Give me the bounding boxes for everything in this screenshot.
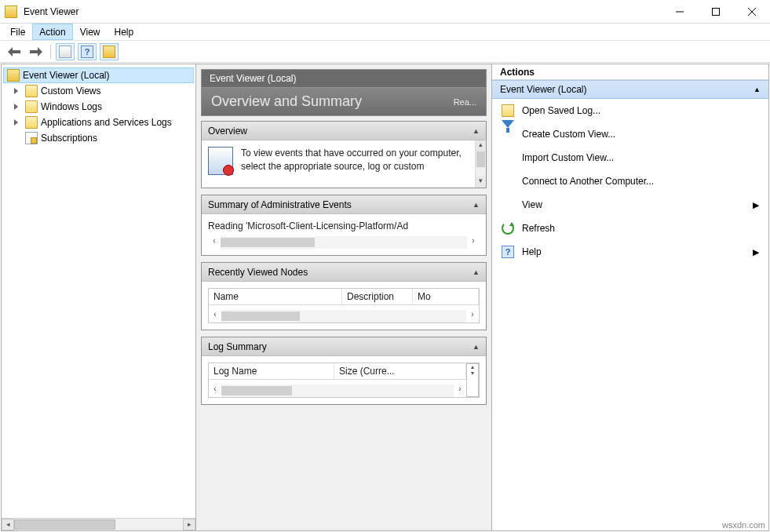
summary-header[interactable]: Summary of Administrative Events ▲ — [202, 195, 486, 214]
recent-header-label: Recently Viewed Nodes — [208, 267, 308, 278]
overview-text: To view events that have occurred on you… — [241, 147, 469, 181]
collapse-icon[interactable]: ▲ — [754, 86, 761, 93]
action-label: Create Custom View... — [522, 129, 615, 140]
summary-hscrollbar[interactable]: ‹ › — [208, 236, 480, 249]
recent-hscrollbar[interactable]: ‹ › — [209, 310, 479, 322]
action-open-saved-log[interactable]: Open Saved Log... — [492, 99, 768, 122]
scroll-thumb[interactable] — [221, 386, 292, 395]
overview-section: Overview ▲ To view events that have occu… — [201, 121, 487, 188]
tree-label: Custom Views — [41, 86, 100, 97]
folder-icon — [25, 100, 38, 113]
folder-icon — [25, 85, 38, 97]
logsummary-hscrollbar[interactable]: ‹ › — [209, 384, 466, 397]
spin-down-button[interactable]: ▾ — [467, 370, 478, 377]
scroll-right-button[interactable]: › — [466, 310, 479, 322]
expander-icon[interactable] — [14, 103, 22, 111]
scroll-down-button[interactable]: ▾ — [476, 177, 486, 188]
actions-group-label: Event Viewer (Local) — [500, 84, 587, 95]
menu-help[interactable]: Help — [108, 24, 141, 40]
action-refresh[interactable]: Refresh — [492, 217, 768, 240]
tree-item-windows-logs[interactable]: Windows Logs — [3, 99, 194, 115]
summary-header-label: Summary of Administrative Events — [208, 199, 352, 210]
action-view-submenu[interactable]: View ▶ — [492, 193, 768, 217]
col-modified[interactable]: Mo — [413, 289, 479, 304]
action-import-custom-view[interactable]: Import Custom View... — [492, 146, 768, 169]
nav-forward-button[interactable] — [27, 43, 46, 60]
scroll-left-button[interactable]: ‹ — [208, 236, 221, 249]
tree-root[interactable]: Event Viewer (Local) — [3, 67, 194, 83]
tree-hscrollbar[interactable]: ◂ ▸ — [2, 518, 195, 530]
scroll-right-button[interactable]: › — [467, 236, 480, 249]
app-icon — [5, 5, 17, 18]
svg-rect-1 — [713, 8, 720, 15]
summary-reading-text: Reading 'Microsoft-Client-Licensing-Plat… — [208, 220, 480, 231]
expander-icon[interactable] — [14, 87, 22, 95]
tree-root-label: Event Viewer (Local) — [23, 70, 110, 81]
blank-icon — [502, 199, 514, 211]
col-size[interactable]: Size (Curre... — [334, 363, 466, 379]
recent-section: Recently Viewed Nodes ▲ Name Description… — [201, 262, 487, 330]
action-create-custom-view[interactable]: Create Custom View... — [492, 122, 768, 146]
show-hide-tree-button[interactable] — [56, 43, 75, 60]
scroll-up-button[interactable]: ▴ — [476, 140, 486, 151]
blank-icon — [502, 175, 514, 188]
tree-item-custom-views[interactable]: Custom Views — [3, 83, 194, 99]
action-label: View — [522, 199, 542, 210]
subscriptions-icon — [25, 132, 38, 144]
nav-back-button[interactable] — [5, 43, 24, 60]
action-label: Import Custom View... — [522, 152, 614, 163]
overview-vscrollbar[interactable]: ▴ ▾ — [475, 140, 486, 188]
tree-item-applications-services[interactable]: Applications and Services Logs — [3, 115, 194, 130]
console-tree[interactable]: Event Viewer (Local) Custom Views Window… — [2, 64, 195, 518]
action-connect-computer[interactable]: Connect to Another Computer... — [492, 169, 768, 193]
action-label: Open Saved Log... — [522, 105, 600, 116]
collapse-icon[interactable]: ▲ — [473, 343, 480, 351]
details-title-bar: Overview and Summary Rea... — [201, 88, 487, 116]
scroll-right-button[interactable]: ▸ — [183, 519, 195, 530]
actions-group-header[interactable]: Event Viewer (Local) ▲ — [492, 80, 768, 99]
logsummary-columns: Log Name Size (Curre... — [209, 363, 466, 380]
expander-icon[interactable] — [14, 118, 22, 126]
col-name[interactable]: Name — [209, 289, 342, 304]
scroll-right-button[interactable]: › — [454, 384, 466, 397]
action-help-submenu[interactable]: ? Help ▶ — [492, 240, 768, 264]
menu-view[interactable]: View — [73, 24, 108, 40]
details-panel: Event Viewer (Local) Overview and Summar… — [196, 64, 492, 530]
collapse-icon[interactable]: ▲ — [473, 201, 480, 209]
menu-file[interactable]: File — [3, 24, 32, 40]
help-button[interactable]: ? — [78, 43, 97, 60]
details-header: Event Viewer (Local) — [201, 69, 487, 88]
actions-header: Actions — [492, 64, 768, 80]
recent-header[interactable]: Recently Viewed Nodes ▲ — [202, 263, 486, 282]
col-description[interactable]: Description — [342, 289, 413, 304]
collapse-icon[interactable]: ▲ — [473, 127, 480, 135]
logsummary-header-label: Log Summary — [208, 341, 267, 352]
tree-label: Subscriptions — [41, 133, 97, 144]
menu-action[interactable]: Action — [32, 24, 72, 40]
maximize-button[interactable] — [698, 0, 734, 23]
scroll-left-button[interactable]: ‹ — [209, 384, 221, 397]
recent-columns: Name Description Mo — [209, 289, 479, 305]
scroll-left-button[interactable]: ‹ — [209, 310, 221, 322]
details-title: Overview and Summary — [211, 93, 362, 110]
scroll-thumb[interactable] — [221, 238, 315, 247]
scroll-thumb[interactable] — [14, 519, 115, 530]
scroll-left-button[interactable]: ◂ — [2, 519, 14, 530]
close-button[interactable] — [734, 0, 770, 23]
toolbar-separator — [50, 45, 51, 59]
logsummary-header[interactable]: Log Summary ▲ — [202, 337, 486, 356]
watermark: wsxdn.com — [722, 520, 765, 530]
scroll-thumb[interactable] — [476, 151, 485, 167]
scroll-track[interactable] — [14, 519, 183, 530]
scroll-thumb[interactable] — [221, 312, 300, 321]
menubar: File Action View Help — [0, 24, 770, 41]
logsummary-spinner[interactable]: ▴ ▾ — [466, 363, 479, 397]
action-label: Refresh — [522, 223, 555, 234]
folder-open-icon — [502, 104, 514, 117]
tree-item-subscriptions[interactable]: Subscriptions — [3, 130, 194, 146]
collapse-icon[interactable]: ▲ — [473, 268, 480, 276]
col-logname[interactable]: Log Name — [209, 363, 334, 379]
log-button[interactable] — [100, 43, 119, 60]
minimize-button[interactable] — [662, 0, 698, 23]
overview-header[interactable]: Overview ▲ — [202, 122, 486, 140]
